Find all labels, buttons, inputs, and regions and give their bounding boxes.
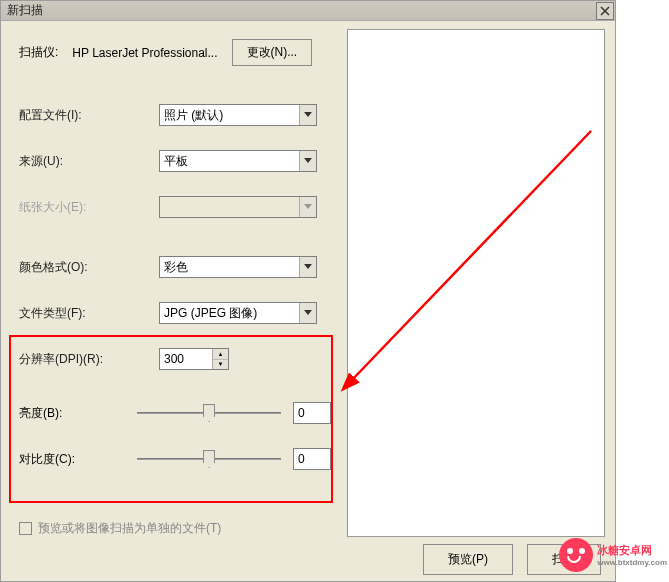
contrast-slider[interactable] [137,448,281,470]
settings-panel: 扫描仪: HP LaserJet Professional... 更改(N)..… [9,29,339,541]
dpi-row: 分辨率(DPI)(R): 300 ▲ ▼ [19,348,333,370]
watermark-logo-icon [559,538,593,572]
brightness-slider[interactable] [137,402,281,424]
spinner-down-icon[interactable]: ▼ [213,360,228,370]
dialog-content: 扫描仪: HP LaserJet Professional... 更改(N)..… [1,21,615,549]
filetype-label: 文件类型(F): [19,305,159,322]
window-title: 新扫描 [7,2,43,19]
close-button[interactable] [596,2,614,20]
spinner-buttons[interactable]: ▲ ▼ [212,349,228,369]
brightness-label: 亮度(B): [19,405,137,422]
profile-dropdown[interactable]: 照片 (默认) [159,104,317,126]
profile-label: 配置文件(I): [19,107,159,124]
colorfmt-label: 颜色格式(O): [19,259,159,276]
source-row: 来源(U): 平板 [19,150,333,172]
dpi-label: 分辨率(DPI)(R): [19,351,159,368]
preview-pane [347,29,605,541]
papersize-row: 纸张大小(E): [19,196,333,218]
scanner-row: 扫描仪: HP LaserJet Professional... 更改(N)..… [19,39,333,66]
filetype-row: 文件类型(F): JPG (JPEG 图像) [19,302,333,324]
chevron-down-icon [299,257,316,277]
source-label: 来源(U): [19,153,159,170]
chevron-down-icon [299,151,316,171]
chevron-down-icon [299,303,316,323]
chevron-down-icon [299,105,316,125]
watermark-url: www.btxtdmy.com [597,558,667,567]
colorfmt-value: 彩色 [164,259,188,276]
separate-files-label: 预览或将图像扫描为单独的文件(T) [38,520,221,537]
colorfmt-row: 颜色格式(O): 彩色 [19,256,333,278]
dpi-spinner[interactable]: 300 ▲ ▼ [159,348,229,370]
filetype-dropdown[interactable]: JPG (JPEG 图像) [159,302,317,324]
dpi-value: 300 [164,352,184,366]
titlebar: 新扫描 [1,1,615,21]
papersize-dropdown [159,196,317,218]
separate-files-checkbox [19,522,32,535]
preview-canvas[interactable] [347,29,605,537]
change-scanner-button[interactable]: 更改(N)... [232,39,313,66]
watermark: 冰糖安卓网 www.btxtdmy.com [559,538,667,572]
papersize-label: 纸张大小(E): [19,199,159,216]
slider-thumb[interactable] [203,450,215,468]
scan-dialog: 新扫描 扫描仪: HP LaserJet Professional... 更改(… [0,0,616,582]
slider-thumb[interactable] [203,404,215,422]
source-value: 平板 [164,153,188,170]
preview-button[interactable]: 预览(P) [423,544,513,575]
profile-value: 照片 (默认) [164,107,223,124]
brightness-row: 亮度(B): [19,402,333,424]
chevron-down-icon [299,197,316,217]
profile-row: 配置文件(I): 照片 (默认) [19,104,333,126]
scanner-name: HP LaserJet Professional... [72,46,217,60]
contrast-row: 对比度(C): [19,448,333,470]
separate-files-row: 预览或将图像扫描为单独的文件(T) [19,520,333,537]
brightness-input[interactable] [293,402,331,424]
colorfmt-dropdown[interactable]: 彩色 [159,256,317,278]
watermark-name: 冰糖安卓网 [597,543,652,558]
contrast-input[interactable] [293,448,331,470]
source-dropdown[interactable]: 平板 [159,150,317,172]
contrast-label: 对比度(C): [19,451,137,468]
scanner-prefix: 扫描仪: [19,44,58,61]
spinner-up-icon[interactable]: ▲ [213,349,228,360]
filetype-value: JPG (JPEG 图像) [164,305,257,322]
